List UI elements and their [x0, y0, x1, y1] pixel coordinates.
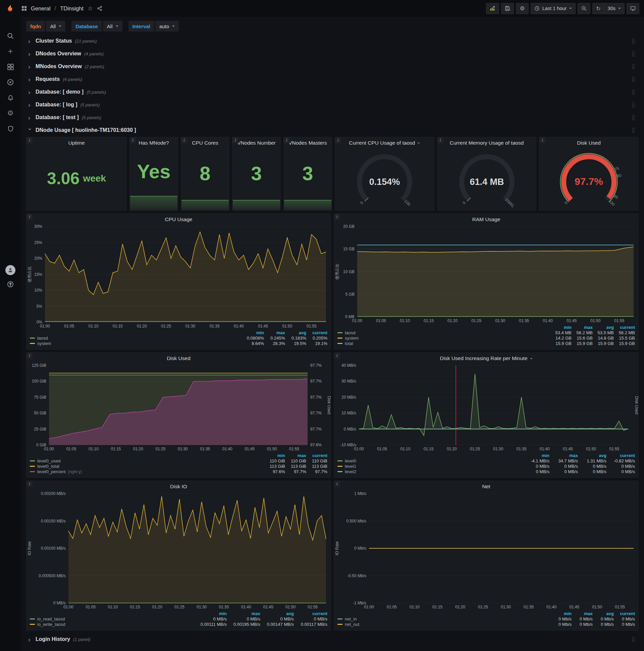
- share-icon[interactable]: [97, 6, 102, 11]
- help-icon[interactable]: ?: [7, 281, 14, 288]
- configuration-gear-icon[interactable]: ⚙: [7, 110, 14, 117]
- panel-info-icon[interactable]: i: [27, 481, 33, 487]
- legend-column-max[interactable]: max: [227, 611, 260, 616]
- drag-handle-icon[interactable]: ⣿: [632, 127, 635, 133]
- legend-column-current[interactable]: current: [606, 453, 635, 458]
- breadcrumb-section[interactable]: General: [31, 5, 51, 12]
- server-admin-shield-icon[interactable]: [7, 125, 14, 132]
- panel-title-cpu-usage[interactable]: CPU Usage: [27, 214, 331, 223]
- legend-column-avg[interactable]: avg: [285, 330, 306, 335]
- cycle-view-mode-button[interactable]: [626, 3, 639, 14]
- legend-column-current[interactable]: current: [614, 325, 635, 330]
- legend-column-current[interactable]: current: [294, 611, 327, 616]
- legend-column-min[interactable]: min: [550, 325, 572, 330]
- panel-title-vnodes-number[interactable]: VNodes Number: [232, 137, 281, 147]
- panel-info-icon[interactable]: i: [335, 137, 341, 143]
- panel-title-ram-usage[interactable]: RAM Usage: [334, 214, 638, 223]
- panel-title-disk-used-gauge[interactable]: Disk Used: [539, 137, 638, 147]
- panel-info-icon[interactable]: i: [284, 137, 290, 143]
- save-dashboard-button[interactable]: [501, 3, 514, 14]
- row-login-history[interactable]: › Login History (1 panel) ⣿: [26, 633, 639, 645]
- breadcrumb-dashboard[interactable]: TDinsight: [60, 5, 84, 12]
- legend-column-max[interactable]: max: [549, 453, 578, 458]
- row-dnodes-overview[interactable]: › DNodes Overview (4 panels) ⣿: [26, 48, 639, 60]
- disk-rate-plot[interactable]: -10 MB/s0 MB/s10 MB/s20 MB/s30 MB/s40 MB…: [334, 362, 638, 452]
- drag-handle-icon[interactable]: ⣿: [632, 38, 635, 44]
- drag-handle-icon[interactable]: ⣿: [632, 636, 635, 642]
- row-database-demo[interactable]: › Database: [ demo ] (5 panels) ⣿: [26, 86, 639, 98]
- panel-info-icon[interactable]: i: [232, 137, 238, 143]
- legend-series-taosd[interactable]: taosd: [30, 336, 243, 341]
- panel-info-icon[interactable]: i: [334, 353, 340, 359]
- drag-handle-icon[interactable]: ⣿: [632, 76, 635, 82]
- legend-column-max[interactable]: max: [572, 325, 593, 330]
- legend-column-avg[interactable]: avg: [578, 453, 606, 458]
- legend-column-min[interactable]: min: [243, 330, 264, 335]
- legend-series-total[interactable]: total: [337, 341, 550, 346]
- row-mnodes-overview[interactable]: › MNodes Overview (2 panels) ⣿: [26, 60, 639, 72]
- legend-series-net_in[interactable]: net_in: [337, 616, 550, 621]
- panel-info-icon[interactable]: i: [27, 214, 33, 220]
- refresh-interval-picker[interactable]: 30s: [604, 3, 624, 14]
- legend-series-level2[interactable]: level2: [337, 469, 521, 474]
- panel-info-icon[interactable]: i: [27, 137, 33, 143]
- search-icon[interactable]: [7, 32, 14, 40]
- legend-column-min[interactable]: min: [550, 611, 572, 616]
- time-range-picker[interactable]: Last 1 hour: [530, 3, 576, 14]
- alerting-bell-icon[interactable]: [7, 94, 14, 101]
- legend-column-min[interactable]: min: [264, 453, 285, 458]
- drag-handle-icon[interactable]: ⣿: [632, 89, 635, 95]
- grafana-logo[interactable]: [5, 3, 15, 14]
- legend-series-system[interactable]: system: [30, 341, 243, 346]
- legend-column-avg[interactable]: avg: [260, 611, 294, 616]
- legend-series-io_write_taosd[interactable]: io_write_taosd: [30, 622, 193, 627]
- legend-series-level0[interactable]: level0: [337, 458, 521, 463]
- refresh-button[interactable]: ↻: [592, 3, 604, 14]
- legend-column-max[interactable]: max: [285, 453, 306, 458]
- panel-title-uptime[interactable]: Uptime: [27, 137, 126, 147]
- variable-value-database[interactable]: All: [103, 21, 122, 32]
- panel-title-current-cpu-usage[interactable]: Current CPU Usage of taosd: [335, 137, 434, 147]
- dashboard-settings-button[interactable]: ⚙: [516, 3, 528, 14]
- row-database-log[interactable]: › Database: [ log ] (5 panels) ⣿: [26, 99, 639, 111]
- panel-info-icon[interactable]: i: [27, 353, 33, 359]
- legend-series-net_out[interactable]: net_out: [337, 622, 550, 627]
- drag-handle-icon[interactable]: ⣿: [632, 51, 635, 57]
- legend-series-level0_total[interactable]: level0_total: [30, 464, 264, 469]
- explore-compass-icon[interactable]: [7, 79, 14, 86]
- star-icon[interactable]: ☆: [88, 5, 93, 12]
- drag-handle-icon[interactable]: ⣿: [632, 102, 635, 108]
- zoom-out-button[interactable]: [578, 3, 590, 14]
- panel-title-current-memory-usage[interactable]: Current Memory Usage of taosd: [438, 137, 536, 147]
- panel-info-icon[interactable]: i: [334, 214, 340, 220]
- legend-column-current[interactable]: current: [306, 453, 327, 458]
- legend-series-level0_percent[interactable]: level0_percent(right-y): [30, 469, 264, 474]
- panel-title-disk-used[interactable]: Disk Used: [27, 353, 331, 362]
- panel-info-icon[interactable]: i: [539, 137, 545, 143]
- disk-used-plot[interactable]: 0 GiB97.6%25 GiB97.7%50 GiB97.7%75 GiB97…: [27, 362, 331, 452]
- legend-series-taosd[interactable]: taosd: [337, 330, 550, 335]
- legend-series-system[interactable]: system: [337, 336, 550, 341]
- panel-title-net[interactable]: Net: [334, 481, 638, 490]
- panel-title-vnodes-masters[interactable]: VNodes Masters: [284, 137, 332, 147]
- dashboards-icon[interactable]: [7, 63, 14, 70]
- ram-usage-plot[interactable]: 0 MB5 GB10 GB15 GB20 GB01:0001:0501:1001…: [334, 223, 638, 324]
- legend-column-avg[interactable]: avg: [593, 325, 614, 330]
- row-database-test[interactable]: › Database: [ test ] (5 panels) ⣿: [26, 112, 639, 123]
- legend-series-level0_used[interactable]: level0_used: [30, 458, 264, 463]
- panel-info-icon[interactable]: i: [334, 481, 340, 487]
- legend-column-current[interactable]: current: [614, 611, 635, 616]
- drag-handle-icon[interactable]: ⣿: [632, 63, 635, 69]
- variable-value-interval[interactable]: auto: [155, 21, 179, 32]
- panel-title-disk-rate[interactable]: Disk Used Increasing Rate per Minute: [334, 353, 638, 362]
- drag-handle-icon[interactable]: ⣿: [632, 115, 635, 121]
- variable-value-fqdn[interactable]: All: [46, 21, 65, 32]
- legend-series-io_read_taosd[interactable]: io_read_taosd: [30, 616, 193, 621]
- user-avatar[interactable]: [5, 265, 15, 275]
- disk-io-plot[interactable]: 0 MB/s0.000500 MB/s0.00100 MB/s0.00150 M…: [27, 490, 331, 610]
- panel-info-icon[interactable]: i: [130, 137, 136, 143]
- panel-title-disk-io[interactable]: Disk IO: [27, 481, 331, 490]
- add-panel-button[interactable]: [486, 3, 499, 14]
- row-requests[interactable]: › Requests (4 panels) ⣿: [26, 73, 639, 85]
- net-plot[interactable]: -1 Mb/s-0.50 Mb/s0 Mb/s0.500 Mb/s1 Mb/s0…: [334, 490, 638, 610]
